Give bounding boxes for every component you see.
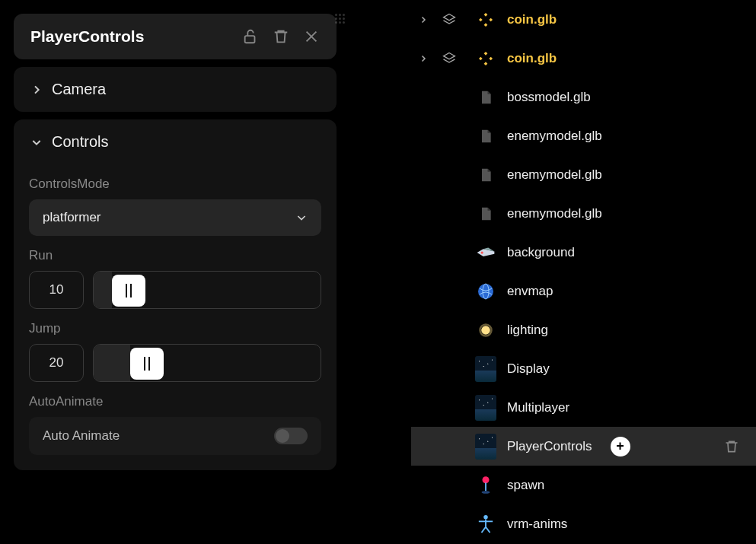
svg-point-18 <box>482 491 490 494</box>
chevron-down-icon <box>30 136 43 148</box>
trash-icon[interactable] <box>273 28 289 45</box>
hierarchy-item[interactable]: Display <box>411 349 756 388</box>
inspector-header: PlayerControls <box>14 14 337 59</box>
section-controls-title: Controls <box>52 133 108 151</box>
chevron-right-icon[interactable] <box>419 15 431 24</box>
scene-icon <box>475 358 496 380</box>
diamond-gold-icon <box>475 9 496 30</box>
hierarchy-item[interactable]: vrm-anims <box>411 504 756 543</box>
svg-point-14 <box>481 326 490 335</box>
hierarchy-item-label: lighting <box>507 323 548 338</box>
file-icon <box>475 126 496 147</box>
hierarchy-item-label: envmap <box>507 284 553 299</box>
hierarchy-item-label: coin.glb <box>507 12 557 27</box>
hierarchy-panel: coin.glbcoin.glbbossmodel.glbenemymodel.… <box>411 0 756 544</box>
svg-rect-1 <box>484 12 488 16</box>
hierarchy-item-label: enemymodel.glb <box>507 167 602 183</box>
svg-point-11 <box>481 251 483 253</box>
hierarchy-item-label: vrm-anims <box>507 517 567 532</box>
jump-value-input[interactable]: 20 <box>29 344 84 382</box>
layers-icon <box>442 12 457 27</box>
jump-slider[interactable] <box>93 344 321 382</box>
hierarchy-item-label: enemymodel.glb <box>507 129 602 144</box>
autoanimate-toggle[interactable] <box>274 428 308 444</box>
ship-icon <box>475 242 496 263</box>
trash-icon[interactable] <box>724 439 739 454</box>
run-control: 10 <box>29 271 321 309</box>
rig-icon <box>475 514 496 535</box>
add-button[interactable]: + <box>611 437 630 457</box>
hierarchy-item-label: enemymodel.glb <box>507 206 602 221</box>
controlsmode-select[interactable]: platformer <box>29 199 321 236</box>
hierarchy-item[interactable]: coin.glb <box>411 39 756 78</box>
section-camera-title: Camera <box>52 81 106 98</box>
hierarchy-item[interactable]: envmap <box>411 272 756 310</box>
file-icon <box>475 87 496 108</box>
pin-icon <box>475 475 496 496</box>
svg-rect-8 <box>489 56 493 60</box>
chevron-right-icon <box>30 84 43 96</box>
jump-label: Jump <box>29 321 321 336</box>
svg-rect-0 <box>245 36 255 43</box>
svg-line-22 <box>482 527 486 532</box>
jump-slider-thumb[interactable] <box>130 348 164 380</box>
hierarchy-item[interactable]: background <box>411 233 756 272</box>
run-value-input[interactable]: 10 <box>29 271 84 309</box>
svg-rect-6 <box>484 62 488 65</box>
svg-point-16 <box>483 476 490 483</box>
run-slider-thumb[interactable] <box>112 275 145 307</box>
hierarchy-item[interactable]: spawn <box>411 466 756 504</box>
hierarchy-item[interactable]: enemymodel.glb <box>411 155 756 194</box>
sun-icon <box>475 320 496 341</box>
drag-handle[interactable] <box>335 14 346 27</box>
hierarchy-item-label: PlayerControls <box>507 439 592 454</box>
svg-rect-17 <box>485 482 486 491</box>
svg-rect-2 <box>484 23 488 27</box>
file-icon <box>475 203 496 224</box>
close-icon[interactable] <box>303 28 320 45</box>
unlock-icon[interactable] <box>242 28 259 45</box>
hierarchy-item[interactable]: enemymodel.glb <box>411 116 756 155</box>
hierarchy-item[interactable]: enemymodel.glb <box>411 194 756 233</box>
controlsmode-label: ControlsMode <box>29 177 321 192</box>
inspector-panel: PlayerControls Camera Contro <box>14 14 337 470</box>
section-camera-header[interactable]: Camera <box>14 67 337 112</box>
scene-icon <box>475 397 496 418</box>
layers-icon <box>442 51 457 66</box>
hierarchy-item-label: bossmodel.glb <box>507 90 591 105</box>
globe-icon <box>475 281 496 302</box>
chevron-right-icon[interactable] <box>419 54 431 63</box>
chevron-down-icon <box>295 212 308 224</box>
hierarchy-item-label: coin.glb <box>507 51 557 66</box>
hierarchy-item-label: background <box>507 245 575 260</box>
run-slider[interactable] <box>93 271 321 309</box>
svg-rect-4 <box>489 17 493 21</box>
svg-rect-3 <box>479 17 483 21</box>
autoanimate-row: Auto Animate <box>29 417 321 455</box>
hierarchy-item[interactable]: lighting <box>411 310 756 349</box>
svg-point-19 <box>483 515 488 520</box>
svg-point-12 <box>478 284 493 299</box>
hierarchy-item-label: Multiplayer <box>507 400 569 415</box>
svg-line-23 <box>486 527 490 532</box>
section-controls: Controls ControlsMode platformer Run 10 … <box>14 119 337 470</box>
autoanimate-label: AutoAnimate <box>29 394 321 409</box>
inspector-title: PlayerControls <box>30 27 144 46</box>
hierarchy-item[interactable]: bossmodel.glb <box>411 78 756 116</box>
hierarchy-item-label: Display <box>507 361 550 377</box>
jump-control: 20 <box>29 344 321 382</box>
svg-rect-7 <box>479 56 483 60</box>
autoanimate-row-label: Auto Animate <box>43 428 120 444</box>
section-controls-header[interactable]: Controls <box>14 119 337 164</box>
hierarchy-item[interactable]: coin.glb <box>411 0 756 39</box>
hierarchy-item[interactable]: Multiplayer <box>411 388 756 427</box>
scene-icon <box>475 436 496 457</box>
file-icon <box>475 164 496 186</box>
section-camera: Camera <box>14 67 337 112</box>
controlsmode-value: platformer <box>43 210 101 225</box>
diamond-gold-icon <box>475 48 496 69</box>
hierarchy-item-label: spawn <box>507 478 544 493</box>
hierarchy-item[interactable]: PlayerControls+ <box>411 427 756 466</box>
run-label: Run <box>29 248 321 263</box>
svg-rect-5 <box>484 51 488 55</box>
